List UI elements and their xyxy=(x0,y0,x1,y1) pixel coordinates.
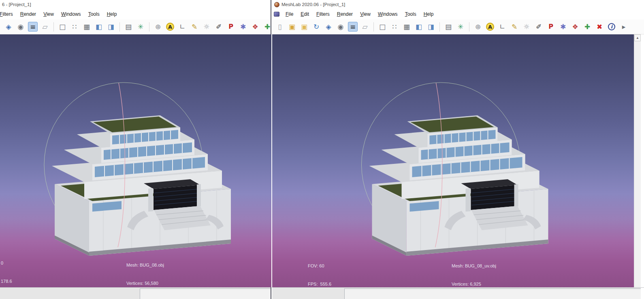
render-hud-left: 0 178.6 ENDERING xyxy=(1,248,24,287)
measure-tool-icon[interactable]: ✚ xyxy=(262,22,271,32)
draw-points-icon[interactable]: ∷ xyxy=(70,22,79,32)
ambient-occlusion-icon[interactable]: A xyxy=(486,23,494,31)
mesh-info-right: Mesh: BUG_08_uv.obj Vertices: 6,925 Face… xyxy=(452,251,496,287)
overflow-icon[interactable]: ▸ xyxy=(619,22,629,32)
menu-windows[interactable]: Windows xyxy=(374,11,401,18)
save-project-icon[interactable]: ◈ xyxy=(324,22,333,32)
titlebar-right[interactable]: MeshLab 2020.06 - [Project_1] xyxy=(272,0,644,9)
menu-view[interactable]: View xyxy=(40,11,58,18)
mdi-child-icon[interactable] xyxy=(274,12,279,17)
reload-mesh-icon[interactable]: ↻ xyxy=(0,22,1,32)
meshlab-logo-icon xyxy=(274,2,279,7)
draw-flat-shading-icon[interactable]: ◧ xyxy=(94,22,104,32)
show-layer-dialog-icon[interactable]: ≡ xyxy=(348,22,358,32)
hud-fps: 178.6 xyxy=(1,278,24,284)
mesh-name: Mesh: BUG_08.obj xyxy=(126,262,164,268)
window-title-right: MeshLab 2020.06 - [Project_1] xyxy=(281,2,345,7)
print-icon[interactable]: ▱ xyxy=(360,22,370,32)
edit-axis-icon[interactable]: ∟ xyxy=(177,22,187,32)
print-icon[interactable]: ▱ xyxy=(40,22,50,32)
pick-points-icon[interactable]: P xyxy=(546,22,556,32)
scrollbar-vertical[interactable]: ▲ xyxy=(634,34,641,287)
edit-axis-icon[interactable]: ∟ xyxy=(497,22,507,32)
meshlab-window-right: MeshLab 2020.06 - [Project_1] File Edit … xyxy=(272,0,644,299)
right-gutter xyxy=(641,34,644,287)
menu-file[interactable]: File xyxy=(282,11,297,18)
draw-wireframe-icon[interactable]: ▦ xyxy=(82,22,92,32)
draw-bbox-icon[interactable]: □ xyxy=(58,22,67,32)
menu-filters[interactable]: Filters xyxy=(0,11,17,18)
menu-render[interactable]: Render xyxy=(333,11,356,18)
ambient-occlusion-icon[interactable]: A xyxy=(166,23,174,31)
titlebar-left[interactable]: 6 - [Project_1] xyxy=(0,0,271,9)
pick-points-icon[interactable]: P xyxy=(226,22,236,32)
info-icon[interactable]: i xyxy=(608,23,615,30)
measure-tool-icon[interactable]: ✚ xyxy=(582,22,592,32)
trackball-icon[interactable]: ⊕ xyxy=(473,22,483,32)
reload-mesh-icon[interactable]: ↻ xyxy=(311,22,321,32)
menu-help[interactable]: Help xyxy=(103,11,121,18)
mesh-vertices: Vertices: 6,925 xyxy=(452,281,496,287)
edit-brush-icon[interactable]: ✐ xyxy=(214,22,224,32)
new-project-icon[interactable]: ▯ xyxy=(275,22,285,32)
edit-pen-icon[interactable]: ✎ xyxy=(190,22,199,32)
trackball-icon[interactable]: ⊕ xyxy=(153,22,163,32)
snapshot-icon[interactable]: ◉ xyxy=(336,22,345,32)
toolbar-separator xyxy=(149,22,149,32)
menu-help[interactable]: Help xyxy=(420,11,437,18)
texture-mode-icon[interactable]: ▤ xyxy=(124,22,133,32)
decorators-icon[interactable]: ✳ xyxy=(456,22,465,32)
hud-fps: FPS: 555.6 xyxy=(308,281,343,287)
window-title-left: 6 - [Project_1] xyxy=(2,2,31,7)
select-vertexes-icon[interactable]: ✱ xyxy=(238,22,248,32)
decorators-icon[interactable]: ✳ xyxy=(136,22,145,32)
scrollbar-corner xyxy=(641,288,644,299)
viewport-3d-left[interactable]: 0 178.6 ENDERING Mesh: BUG_08.obj Vertic… xyxy=(0,34,271,287)
menu-edit[interactable]: Edit xyxy=(297,11,313,18)
draw-flat-shading-icon[interactable]: ◧ xyxy=(414,22,424,32)
bottom-panel-right xyxy=(344,288,641,299)
bottom-strip-left xyxy=(0,287,271,299)
hud-fov: FOV: 60 xyxy=(308,263,343,269)
toolbar-left: ▯▣▣↻◈◉≡▱□∷▦◧◨▤✳⊕A∟✎☼✐P✱❖✚✖i▸ xyxy=(0,19,271,34)
menubar-left: File Edit Filters Render View Windows To… xyxy=(0,9,271,19)
edit-brush-icon[interactable]: ✐ xyxy=(534,22,544,32)
menu-filters[interactable]: Filters xyxy=(313,11,333,18)
open-project-icon[interactable]: ▣ xyxy=(287,22,297,32)
import-mesh-icon[interactable]: ▣ xyxy=(299,22,309,32)
show-layer-dialog-icon[interactable]: ≡ xyxy=(28,22,38,32)
menu-tools[interactable]: Tools xyxy=(85,11,103,18)
scrollbar-up-icon[interactable]: ▲ xyxy=(634,34,641,41)
mesh-name: Mesh: BUG_08_uv.obj xyxy=(452,263,496,269)
mesh-info-left: Mesh: BUG_08.obj Vertices: 56,580 Faces:… xyxy=(126,250,164,287)
edit-lamp-icon[interactable]: ☼ xyxy=(202,22,211,32)
viewport-3d-right[interactable]: FOV: 60 FPS: 555.6 BO_RENDERING Mesh: BU… xyxy=(272,34,634,287)
toolbar-separator xyxy=(469,22,469,32)
snapshot-icon[interactable]: ◉ xyxy=(16,22,26,32)
toolbar-separator xyxy=(53,22,54,32)
draw-bbox-icon[interactable]: □ xyxy=(377,22,387,32)
draw-wireframe-icon[interactable]: ▦ xyxy=(402,22,412,32)
menu-windows[interactable]: Windows xyxy=(58,11,85,18)
menu-tools[interactable]: Tools xyxy=(401,11,420,18)
draw-smooth-shading-icon[interactable]: ◨ xyxy=(106,22,116,32)
draw-points-icon[interactable]: ∷ xyxy=(390,22,399,32)
bottom-strip-right xyxy=(272,287,644,299)
building-model-right xyxy=(272,34,634,287)
select-vertexes-icon[interactable]: ✱ xyxy=(558,22,568,32)
menu-render[interactable]: Render xyxy=(17,11,40,18)
mesh-vertices: Vertices: 56,580 xyxy=(126,280,164,286)
align-tool-icon[interactable]: ❖ xyxy=(570,22,580,32)
save-project-icon[interactable]: ◈ xyxy=(4,22,13,32)
edit-lamp-icon[interactable]: ☼ xyxy=(522,22,531,32)
texture-mode-icon[interactable]: ▤ xyxy=(444,22,453,32)
edit-pen-icon[interactable]: ✎ xyxy=(510,22,519,32)
meshlab-window-left: 6 - [Project_1] File Edit Filters Render… xyxy=(0,0,271,299)
align-tool-icon[interactable]: ❖ xyxy=(250,22,260,32)
georef-tool-icon[interactable]: ✖ xyxy=(595,22,604,32)
toolbar-right: ▯▣▣↻◈◉≡▱□∷▦◧◨▤✳⊕A∟✎☼✐P✱❖✚✖i▸ xyxy=(272,19,644,34)
draw-smooth-shading-icon[interactable]: ◨ xyxy=(426,22,436,32)
menu-view[interactable]: View xyxy=(356,11,374,18)
render-hud-right: FOV: 60 FPS: 555.6 BO_RENDERING xyxy=(308,251,343,287)
toolbar-separator xyxy=(373,22,374,32)
